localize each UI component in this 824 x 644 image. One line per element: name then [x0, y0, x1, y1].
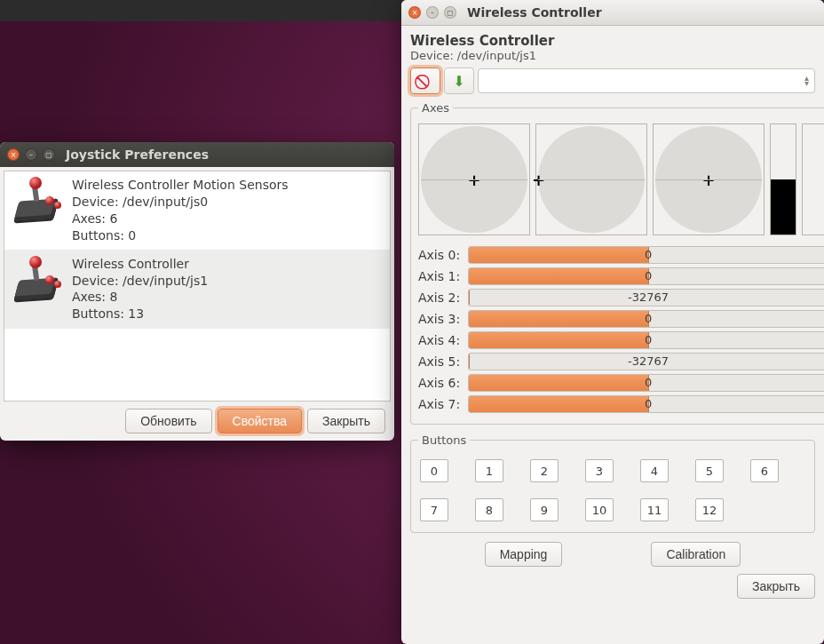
stick-visualizer: +	[653, 123, 765, 235]
button-indicator: 0	[420, 459, 448, 482]
axis-value: 0	[645, 375, 652, 391]
window-title: Joystick Preferences	[66, 147, 209, 162]
device-name: Wireless Controller Motion Sensors	[72, 177, 289, 194]
axis-bar: 0	[468, 395, 824, 413]
save-profile-button[interactable]: ⬇	[444, 68, 474, 94]
axis-row: Axis 6: 0	[418, 374, 824, 392]
axis-label: Axis 2:	[418, 290, 461, 305]
mapping-button[interactable]: Mapping	[485, 542, 563, 567]
close-icon[interactable]: ×	[408, 6, 421, 19]
trigger-bar	[802, 123, 824, 235]
device-path-label: Device:	[410, 49, 454, 62]
axis-row: Axis 1: 0	[418, 267, 824, 285]
button-indicator: 1	[475, 459, 503, 482]
axis-bar: 0	[468, 267, 824, 285]
button-indicator: 5	[695, 459, 724, 482]
button-indicator: 12	[695, 498, 724, 521]
device-path: Device: /dev/input/js1	[72, 273, 208, 290]
device-buttons: Buttons: 0	[72, 227, 289, 244]
device-name: Wireless Controller	[72, 256, 208, 273]
crosshair-icon: +	[532, 171, 545, 189]
axis-value: 0	[645, 396, 652, 412]
axis-label: Axis 0:	[418, 248, 461, 262]
axis-value: 0	[645, 268, 652, 284]
profile-combo[interactable]: ▴▾	[478, 68, 815, 93]
device-list[interactable]: Wireless Controller Motion Sensors Devic…	[4, 171, 391, 402]
stick-visualizer: +	[418, 123, 530, 235]
device-path-value: /dev/input/js1	[457, 49, 536, 62]
button-indicator: 9	[530, 498, 559, 521]
titlebar[interactable]: × – ▢ Joystick Preferences	[0, 142, 394, 167]
button-indicator: 11	[640, 498, 669, 521]
axes-group-label: Axes	[418, 101, 453, 115]
axis-bar: 0	[468, 310, 824, 328]
button-indicator: 2	[530, 459, 559, 482]
axis-row: Axis 7: 0	[418, 395, 824, 413]
window-title: Wireless Controller	[467, 5, 602, 20]
axis-row: Axis 3: 0	[418, 310, 824, 328]
axis-bar: 0	[468, 331, 824, 349]
joystick-icon	[12, 256, 65, 304]
chevron-updown-icon: ▴▾	[804, 76, 809, 86]
titlebar[interactable]: × – ▢ Wireless Controller	[401, 0, 824, 26]
device-path: Device: /dev/input/js0	[72, 194, 289, 211]
properties-button[interactable]: Свойства	[218, 409, 302, 433]
axis-bar: -32767	[468, 289, 824, 306]
button-indicator: 8	[475, 498, 503, 521]
window-joystick-preferences: × – ▢ Joystick Preferences Wireless Cont…	[0, 142, 394, 441]
close-icon[interactable]: ×	[7, 148, 20, 161]
axis-bar: 0	[468, 246, 824, 264]
close-button[interactable]: Закрыть	[737, 574, 815, 599]
minimize-icon[interactable]: –	[426, 6, 439, 19]
axis-label: Axis 3:	[418, 312, 461, 326]
axis-bar: 0	[468, 374, 824, 392]
device-row[interactable]: Wireless Controller Device: /dev/input/j…	[4, 250, 390, 330]
crosshair-icon: +	[467, 171, 480, 189]
maximize-icon[interactable]: ▢	[43, 148, 55, 161]
refresh-button[interactable]: Обновить	[125, 409, 211, 433]
joystick-icon	[12, 177, 65, 225]
maximize-icon[interactable]: ▢	[444, 6, 456, 19]
axis-label: Axis 1:	[418, 269, 461, 283]
axis-row: Axis 0: 0	[418, 246, 824, 264]
axis-label: Axis 7:	[418, 397, 461, 411]
button-indicator: 3	[585, 459, 614, 482]
axis-row: Axis 5: -32767	[418, 353, 824, 370]
button-indicator: 4	[640, 459, 669, 482]
axis-value: 0	[645, 332, 652, 348]
device-row[interactable]: Wireless Controller Motion Sensors Devic…	[4, 171, 390, 250]
axis-value: -32767	[469, 354, 824, 370]
stick-visualizer: +	[535, 123, 647, 235]
axis-label: Axis 4:	[418, 333, 461, 347]
buttons-group: Buttons 0123456789101112	[410, 433, 815, 533]
button-indicator: 6	[750, 459, 779, 482]
device-buttons: Buttons: 13	[72, 306, 208, 322]
device-axes: Axes: 8	[72, 289, 208, 306]
close-button[interactable]: Закрыть	[307, 409, 385, 433]
axis-value: 0	[645, 311, 652, 327]
trigger-bar	[770, 123, 796, 235]
axis-row: Axis 2: -32767	[418, 289, 824, 306]
button-indicator: 7	[420, 498, 448, 521]
axis-value: -32767	[469, 290, 824, 306]
page-heading: Wireless Controller	[410, 33, 815, 49]
device-path: Device: /dev/input/js1	[410, 49, 815, 62]
device-info: Wireless Controller Motion Sensors Devic…	[72, 177, 289, 244]
crosshair-icon: +	[701, 171, 715, 189]
axis-value: 0	[645, 247, 652, 263]
axis-label: Axis 6:	[418, 376, 461, 390]
window-wireless-controller: × – ▢ Wireless Controller Wireless Contr…	[401, 0, 824, 644]
axis-row: Axis 4: 0	[418, 331, 824, 349]
device-info: Wireless Controller Device: /dev/input/j…	[72, 256, 208, 323]
calibration-button[interactable]: Calibration	[651, 542, 741, 567]
save-icon: ⬇	[453, 73, 464, 90]
axis-label: Axis 5:	[418, 354, 461, 369]
axis-bar: -32767	[468, 353, 824, 370]
reset-button[interactable]: ⃠	[410, 68, 440, 94]
button-indicator: 10	[585, 498, 614, 521]
minimize-icon[interactable]: –	[25, 148, 37, 161]
device-axes: Axes: 6	[72, 211, 289, 227]
buttons-group-label: Buttons	[418, 433, 470, 447]
axes-group: Axes +++ Axis 0: 0 Axis 1: 0 Axis 2: -32…	[410, 101, 824, 425]
